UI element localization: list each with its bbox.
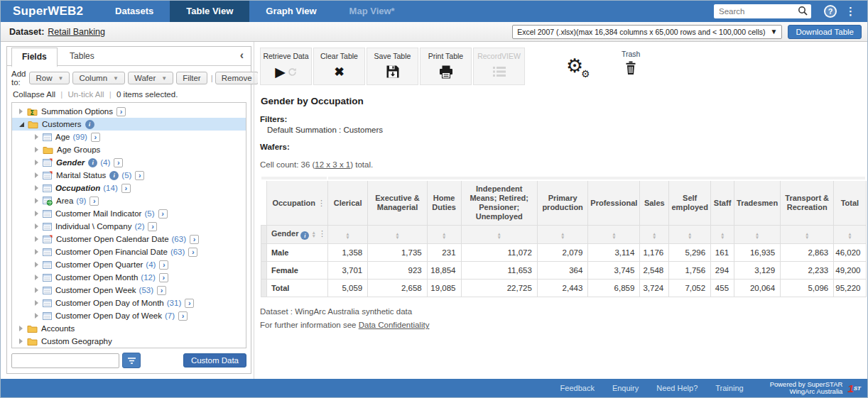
tab-graph-view[interactable]: Graph View bbox=[249, 1, 332, 22]
footer-link-training[interactable]: Training bbox=[715, 384, 743, 392]
tree-item-age-groups[interactable]: Age Groups bbox=[12, 143, 246, 156]
sort-icon[interactable]: ▲▼ bbox=[612, 232, 616, 239]
sort-icon[interactable]: ▲▼ bbox=[720, 232, 725, 239]
field-filter-button[interactable] bbox=[122, 353, 141, 368]
column-header[interactable]: Tradesmen bbox=[734, 180, 781, 226]
column-header[interactable]: Home Duties bbox=[427, 180, 461, 226]
wingarc-logo[interactable]: 11STST bbox=[847, 382, 861, 394]
footer-link-feedback[interactable]: Feedback bbox=[560, 384, 595, 392]
field-search-input[interactable] bbox=[11, 353, 119, 368]
add-field-arrow-icon[interactable]: › bbox=[114, 158, 123, 167]
expand-node-icon[interactable] bbox=[35, 147, 38, 153]
help-icon[interactable]: ? bbox=[824, 5, 837, 18]
footer-link-need-help-[interactable]: Need Help? bbox=[656, 384, 698, 392]
dataset-link[interactable]: Retail Banking bbox=[48, 27, 105, 37]
tab-datasets[interactable]: Datasets bbox=[99, 1, 170, 22]
column-header[interactable]: Self employed bbox=[669, 180, 711, 226]
footer-link-enquiry[interactable]: Enquiry bbox=[612, 384, 639, 392]
add-to-wafer-button[interactable]: Wafer▼ bbox=[128, 72, 173, 84]
custom-data-button[interactable]: Custom Data bbox=[183, 353, 246, 367]
export-format-select[interactable]: Excel 2007 (.xlsx)(max 16,384 columns x … bbox=[512, 25, 782, 39]
tree-item-occupation[interactable]: Occupation(14)› bbox=[12, 182, 246, 194]
search-input[interactable] bbox=[714, 4, 811, 18]
retrieve-data-button[interactable]: Retrieve Data ▶ bbox=[260, 48, 312, 85]
filter-button[interactable]: Filter bbox=[176, 72, 207, 84]
collapse-panel-icon[interactable]: ‹ bbox=[240, 49, 244, 62]
sort-icon[interactable]: ▲▼ bbox=[652, 232, 656, 239]
trash-button[interactable]: Trash bbox=[622, 48, 640, 77]
cell-count-link[interactable]: 12 x 3 x 1 bbox=[315, 160, 350, 169]
expand-node-icon[interactable] bbox=[35, 236, 38, 242]
sort-icon[interactable]: ▲▼ bbox=[688, 232, 692, 239]
info-icon[interactable]: i bbox=[88, 158, 97, 167]
add-field-arrow-icon[interactable]: › bbox=[159, 260, 168, 270]
kebab-menu-icon[interactable]: ⋮ bbox=[318, 229, 326, 238]
expand-node-icon[interactable] bbox=[35, 275, 38, 280]
sort-icon[interactable]: ▲▼ bbox=[442, 232, 446, 239]
print-table-button[interactable]: Print Table bbox=[420, 48, 472, 85]
add-field-arrow-icon[interactable]: › bbox=[190, 235, 199, 244]
info-icon[interactable]: i bbox=[85, 120, 94, 129]
remove-button[interactable]: Remove bbox=[215, 72, 259, 84]
sort-icon[interactable]: ▲▼ bbox=[312, 231, 316, 238]
expand-node-icon[interactable] bbox=[35, 223, 38, 229]
add-field-arrow-icon[interactable]: › bbox=[89, 197, 99, 206]
tree-item-customer-open-day-of-month[interactable]: Customer Open Day of Month(31)› bbox=[12, 297, 246, 309]
sort-icon[interactable]: ▲▼ bbox=[805, 232, 809, 239]
row-field-header[interactable]: Genderi ▲▼⋮ bbox=[266, 226, 327, 244]
tree-item-customer-open-month[interactable]: Customer Open Month(12)› bbox=[12, 271, 246, 284]
add-field-arrow-icon[interactable]: › bbox=[116, 107, 126, 116]
sort-icon[interactable]: ▲▼ bbox=[395, 232, 399, 239]
column-field-header[interactable]: Occupation⋮ bbox=[266, 180, 327, 226]
info-icon[interactable]: i bbox=[300, 231, 309, 240]
expand-node-icon[interactable] bbox=[35, 172, 38, 178]
collapse-all-link[interactable]: Collapse All bbox=[13, 90, 55, 99]
tree-item-customer-open-day-of-week[interactable]: Customer Open Day of Week(7)› bbox=[12, 309, 246, 322]
tree-item-custom-geography[interactable]: Custom Geography bbox=[12, 335, 246, 348]
tab-map-view[interactable]: Map View* bbox=[333, 1, 411, 22]
add-field-arrow-icon[interactable]: › bbox=[188, 248, 197, 257]
expand-node-icon[interactable] bbox=[35, 211, 38, 216]
column-header[interactable]: Staff bbox=[711, 180, 734, 226]
info-icon[interactable]: i bbox=[109, 171, 119, 180]
table-options-button[interactable]: ⚙ ⚙ bbox=[566, 57, 592, 81]
add-field-arrow-icon[interactable]: › bbox=[159, 273, 168, 282]
sort-icon[interactable]: ▲▼ bbox=[755, 232, 759, 239]
tab-table-view[interactable]: Table View bbox=[170, 1, 249, 22]
add-field-arrow-icon[interactable]: › bbox=[158, 209, 168, 219]
tree-item-customer-mail-indicator[interactable]: Customer Mail Indicator(5)› bbox=[12, 207, 246, 220]
tree-item-customer-open-week[interactable]: Customer Open Week(53)› bbox=[12, 284, 246, 297]
tree-item-marital-status[interactable]: Marital Statusi(5)› bbox=[12, 169, 246, 182]
column-header[interactable]: Professional bbox=[588, 180, 640, 226]
sort-icon[interactable]: ▲▼ bbox=[847, 232, 852, 239]
kebab-menu-icon[interactable]: ⋮ bbox=[318, 199, 325, 208]
expand-node-icon[interactable] bbox=[19, 338, 23, 344]
expand-node-icon[interactable] bbox=[35, 313, 38, 319]
expand-node-icon[interactable] bbox=[35, 262, 38, 267]
tree-item-customer-open-calendar-date[interactable]: Customer Open Calendar Date(63)› bbox=[12, 233, 246, 245]
tree-item-summation-options[interactable]: ΣSummation Options› bbox=[12, 105, 246, 118]
column-header[interactable]: Total bbox=[834, 180, 866, 226]
tree-item-area[interactable]: Area(9)› bbox=[12, 194, 246, 207]
tree-item-individual-company[interactable]: Individual \ Company(2)› bbox=[12, 220, 246, 233]
search-icon[interactable] bbox=[798, 6, 808, 18]
untick-all-link[interactable]: Un-tick All bbox=[68, 90, 104, 99]
expand-node-icon[interactable] bbox=[35, 160, 38, 165]
expand-node-icon[interactable] bbox=[35, 300, 38, 306]
add-field-arrow-icon[interactable]: › bbox=[91, 133, 100, 142]
sort-icon[interactable]: ▲▼ bbox=[345, 232, 349, 239]
add-to-column-button[interactable]: Column▼ bbox=[72, 72, 125, 84]
add-field-arrow-icon[interactable]: › bbox=[135, 171, 144, 180]
column-header[interactable]: Clerical bbox=[327, 180, 367, 226]
expand-node-icon[interactable] bbox=[19, 326, 23, 331]
column-header[interactable]: Independent Means; Retired; Pensioner; U… bbox=[461, 180, 537, 226]
expand-node-icon[interactable] bbox=[35, 249, 38, 255]
overflow-menu-icon[interactable]: ⋮ bbox=[845, 5, 856, 18]
column-header[interactable]: Executive & Managerial bbox=[368, 180, 428, 226]
column-header[interactable]: Transport & Recreation bbox=[781, 180, 834, 226]
column-header[interactable]: Sales bbox=[640, 180, 669, 226]
expand-node-icon[interactable] bbox=[19, 109, 23, 114]
tab-fields[interactable]: Fields bbox=[11, 48, 58, 67]
tree-item-customer-open-quarter[interactable]: Customer Open Quarter(4)› bbox=[12, 258, 246, 271]
column-header[interactable]: Primary production bbox=[537, 180, 587, 226]
